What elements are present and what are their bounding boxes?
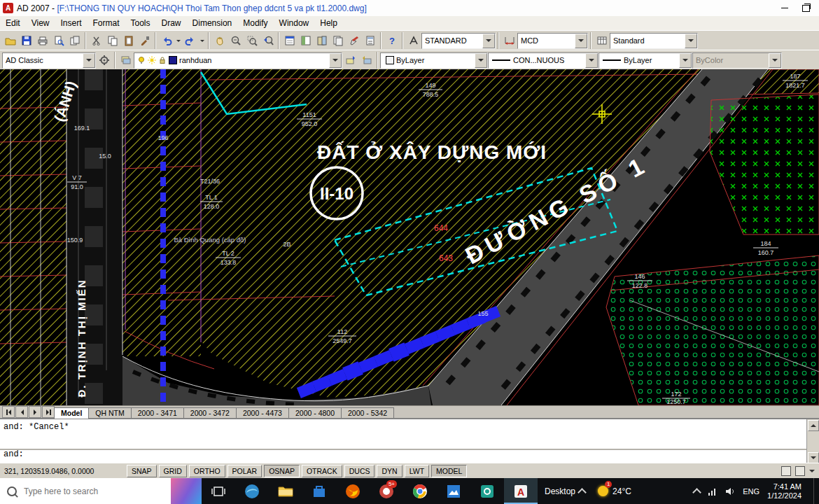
layer-properties-button[interactable] <box>118 52 134 68</box>
text-style-button[interactable] <box>405 33 421 48</box>
undo-button[interactable] <box>158 33 174 48</box>
undo-dropdown[interactable] <box>174 33 182 48</box>
save-button[interactable] <box>18 33 34 48</box>
messaging-app-button[interactable]: 5+ <box>370 478 403 504</box>
osnap-toggle[interactable]: OSNAP <box>264 465 300 477</box>
tab-scroll-last-button[interactable] <box>42 406 55 418</box>
store-button[interactable] <box>302 478 336 504</box>
layer-lock-icon[interactable] <box>158 56 167 64</box>
tab-scroll-prev-button[interactable] <box>15 406 28 418</box>
menu-item-tools[interactable]: Tools <box>125 17 156 29</box>
cut-button[interactable] <box>88 33 104 48</box>
drawing-area[interactable]: 149788.5 1151952.0 1871821.7 184160.7 14… <box>0 69 819 405</box>
polar-toggle[interactable]: POLAR <box>227 465 262 477</box>
dyn-toggle[interactable]: DYN <box>377 465 402 477</box>
combo-arrow-icon[interactable] <box>685 34 697 48</box>
workspace-settings-button[interactable] <box>96 52 112 68</box>
dim-style-button[interactable] <box>501 33 517 48</box>
combo-arrow-icon[interactable] <box>83 53 95 68</box>
color-combo[interactable]: ByLayer <box>380 52 488 69</box>
combo-arrow-icon[interactable] <box>482 34 495 48</box>
zoom-previous-button[interactable] <box>260 33 276 48</box>
publish-button[interactable] <box>66 33 83 48</box>
snap-toggle[interactable]: SNAP <box>127 465 157 477</box>
ducs-toggle[interactable]: DUCS <box>344 465 375 477</box>
layer-previous-button[interactable] <box>358 52 374 68</box>
firefox-button[interactable] <box>336 478 370 504</box>
menu-item-view[interactable]: View <box>26 17 55 29</box>
markup-button[interactable] <box>346 33 362 48</box>
tab-2000-5342[interactable]: 2000 - 5342 <box>341 407 394 419</box>
tab-scroll-next-button[interactable] <box>29 406 41 418</box>
coordinate-readout[interactable]: 321, 1203519.0486, 0.0000 <box>4 467 125 475</box>
scroll-down-icon[interactable] <box>808 452 819 463</box>
lwt-toggle[interactable]: LWT <box>405 465 429 477</box>
table-style-button[interactable] <box>594 33 610 48</box>
menu-item-help[interactable]: Help <box>314 17 343 29</box>
combo-arrow-icon[interactable] <box>329 53 342 68</box>
quickcalc-button[interactable] <box>362 33 378 48</box>
layer-freeze-sun-icon[interactable] <box>148 56 156 64</box>
pan-button[interactable] <box>211 33 227 48</box>
grid-toggle[interactable]: GRID <box>159 465 187 477</box>
designcenter-button[interactable] <box>298 33 314 48</box>
menu-item-draw[interactable]: Draw <box>156 17 187 29</box>
combo-arrow-icon[interactable] <box>585 53 598 68</box>
tool-palettes-button[interactable] <box>314 33 330 48</box>
plot-preview-button[interactable] <box>50 33 66 48</box>
tray-chevron-up-icon[interactable] <box>692 488 701 497</box>
zoom-realtime-button[interactable] <box>227 33 244 48</box>
menu-item-insert[interactable]: Insert <box>55 17 87 29</box>
scroll-up-icon[interactable] <box>808 420 819 431</box>
match-properties-button[interactable] <box>136 33 153 48</box>
tab-2000-4800[interactable]: 2000 - 4800 <box>288 407 342 419</box>
zoom-window-button[interactable] <box>244 33 260 48</box>
layer-on-bulb-icon[interactable] <box>137 56 146 64</box>
show-desktop-button[interactable] <box>813 478 818 504</box>
taskbar-search[interactable] <box>0 478 171 504</box>
command-scrollbar[interactable] <box>806 419 819 464</box>
edge-button[interactable] <box>235 478 269 504</box>
ortho-toggle[interactable]: ORTHO <box>189 465 225 477</box>
model-toggle[interactable]: MODEL <box>431 465 467 477</box>
photos-button[interactable] <box>437 478 470 504</box>
properties-button[interactable] <box>281 33 298 48</box>
command-history[interactable]: and: *Cancel* <box>0 419 807 450</box>
volume-icon[interactable] <box>725 486 735 496</box>
autocad-taskbar-button[interactable]: A <box>504 478 538 504</box>
menu-item-edit[interactable]: Edit <box>0 17 26 29</box>
file-explorer-button[interactable] <box>269 478 302 504</box>
combo-arrow-icon[interactable] <box>575 34 587 48</box>
linetype-combo[interactable]: CON...NUOUS <box>488 52 598 69</box>
menu-item-dimension[interactable]: Dimension <box>187 17 238 29</box>
dim-style-combo[interactable]: MCD <box>517 33 588 49</box>
menu-item-format[interactable]: Format <box>88 17 125 29</box>
desktop-toolbar[interactable]: Desktop <box>538 478 592 504</box>
layer-combo[interactable]: ranhduan <box>134 52 342 69</box>
lineweight-combo[interactable]: ByLayer <box>598 52 692 69</box>
menu-item-modify[interactable]: Modify <box>237 17 273 29</box>
tab-2000-4473[interactable]: 2000 - 4473 <box>236 407 289 419</box>
task-view-button[interactable] <box>202 478 235 504</box>
clock[interactable]: 7:41 AM 1/12/2024 <box>767 482 806 500</box>
restore-button[interactable] <box>795 1 816 15</box>
drawing-canvas[interactable]: 149788.5 1151952.0 1871821.7 184160.7 14… <box>0 69 819 405</box>
table-style-combo[interactable]: Standard <box>610 33 698 49</box>
chrome-button[interactable] <box>403 478 437 504</box>
help-button[interactable]: ? <box>384 33 400 48</box>
annotation-scale-icon[interactable] <box>781 466 791 476</box>
menu-item-window[interactable]: Window <box>274 17 315 29</box>
command-input-line[interactable]: and: <box>0 447 807 464</box>
combo-arrow-icon[interactable] <box>679 53 692 68</box>
language-indicator[interactable]: ENG <box>743 487 760 496</box>
weather-widget[interactable]: 1 24°C <box>592 478 637 504</box>
make-object-layer-current-button[interactable] <box>342 52 358 68</box>
paste-button[interactable] <box>120 33 136 48</box>
status-menu-arrow-icon[interactable] <box>809 470 815 475</box>
search-input[interactable] <box>22 486 137 497</box>
tab-scroll-first-button[interactable] <box>2 406 15 418</box>
redo-button[interactable] <box>182 33 198 48</box>
tab-qh-ntm[interactable]: QH NTM <box>88 407 131 419</box>
sheetset-manager-button[interactable] <box>330 33 346 48</box>
tab-2000-3472[interactable]: 2000 - 3472 <box>183 407 237 419</box>
